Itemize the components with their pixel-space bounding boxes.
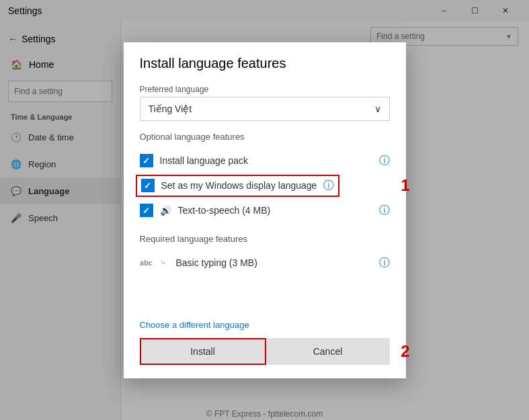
choose-different-language-link[interactable]: Choose a different language xyxy=(140,320,249,330)
feature-item-install-pack: ✓ Install language pack ⓘ xyxy=(140,149,390,173)
check-icon-2: ✓ xyxy=(144,181,151,191)
modal-body: Preferred language Tiếng Việt ∨ Optional… xyxy=(124,79,406,308)
feature-item-display-lang: ✓ Set as my Windows display language ⓘ xyxy=(136,175,340,197)
check-icon-3: ✓ xyxy=(143,206,150,216)
required-section-label: Required language features xyxy=(140,234,390,244)
display-lang-label: Set as my Windows display language xyxy=(161,180,317,191)
info-icon-display-lang[interactable]: ⓘ xyxy=(323,179,334,193)
preferred-language-dropdown[interactable]: Tiếng Việt ∨ xyxy=(140,97,390,121)
display-language-highlight-container: ✓ Set as my Windows display language ⓘ 1 xyxy=(140,173,390,198)
info-icon-typing[interactable]: ⓘ xyxy=(379,256,390,270)
number-badge-1: 1 xyxy=(401,176,409,195)
install-pack-label: Install language pack xyxy=(160,155,372,166)
feature-item-tts: ✓ 🔊 Text-to-speech (4 MB) ⓘ xyxy=(140,198,390,223)
modal-footer: Choose a different language Install Canc… xyxy=(124,308,406,378)
typing-icon: abc xyxy=(140,256,153,269)
install-language-modal: Install language features Preferred lang… xyxy=(124,42,406,378)
tts-label: Text-to-speech (4 MB) xyxy=(178,205,372,216)
optional-section-label: Optional language features xyxy=(140,132,390,142)
preferred-language-value: Tiếng Việt xyxy=(149,103,192,114)
checkbox-tts[interactable]: ✓ xyxy=(140,204,153,217)
check-icon: ✓ xyxy=(143,156,150,166)
required-section: Required language features abc ⤷ Basic t… xyxy=(140,234,390,276)
action-buttons: Install Cancel 2 xyxy=(140,338,390,365)
tts-icon: 🔊 xyxy=(160,205,171,216)
typing-sub-icon: ⤷ xyxy=(160,258,169,267)
typing-label: Basic typing (3 MB) xyxy=(176,257,372,268)
info-icon-tts[interactable]: ⓘ xyxy=(379,204,390,218)
watermark: © FPT Express - fpttelecom.com xyxy=(206,409,323,419)
checkbox-install-pack[interactable]: ✓ xyxy=(140,154,153,167)
cancel-button[interactable]: Cancel xyxy=(266,338,390,365)
modal-title: Install language features xyxy=(140,56,286,71)
modal-header: Install language features xyxy=(124,42,406,79)
preferred-language-label: Preferred language xyxy=(140,85,390,94)
number-badge-2: 2 xyxy=(401,342,409,361)
dropdown-chevron-icon: ∨ xyxy=(374,103,381,114)
info-icon-install-pack[interactable]: ⓘ xyxy=(379,154,390,168)
install-button[interactable]: Install xyxy=(140,338,266,365)
modal-overlay: Install language features Preferred lang… xyxy=(0,0,529,420)
checkbox-display-lang[interactable]: ✓ xyxy=(141,179,155,192)
required-item-typing: abc ⤷ Basic typing (3 MB) ⓘ xyxy=(140,251,390,276)
